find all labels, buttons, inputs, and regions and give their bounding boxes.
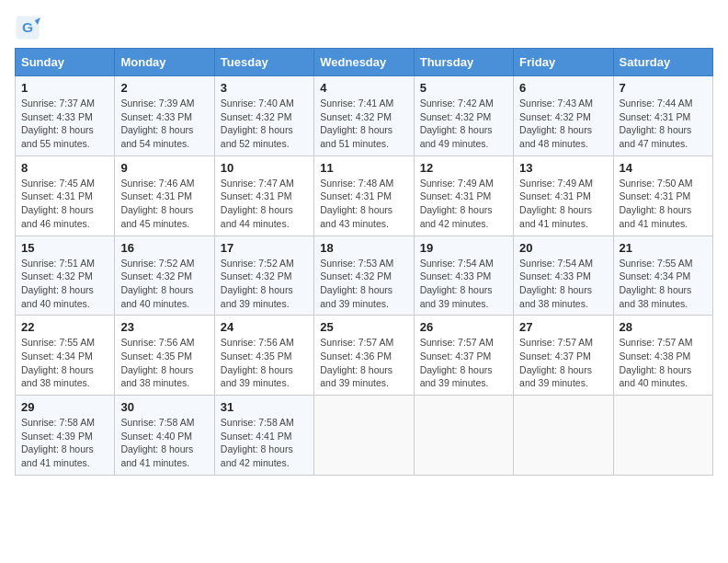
- calendar-cell: 27Sunrise: 7:57 AMSunset: 4:37 PMDayligh…: [514, 316, 613, 396]
- calendar-week-row: 8Sunrise: 7:45 AMSunset: 4:31 PMDaylight…: [16, 155, 713, 236]
- calendar-header-thursday: Thursday: [414, 49, 513, 76]
- day-info: Sunrise: 7:46 AMSunset: 4:31 PMDaylight:…: [120, 177, 208, 231]
- day-number: 8: [21, 161, 108, 175]
- calendar-cell: 29Sunrise: 7:58 AMSunset: 4:39 PMDayligh…: [16, 396, 115, 476]
- calendar-cell: 25Sunrise: 7:57 AMSunset: 4:36 PMDayligh…: [314, 316, 414, 396]
- day-info: Sunrise: 7:54 AMSunset: 4:33 PMDaylight:…: [519, 257, 607, 311]
- day-info: Sunrise: 7:55 AMSunset: 4:34 PMDaylight:…: [620, 257, 707, 311]
- day-number: 14: [620, 161, 707, 175]
- day-number: 24: [221, 320, 308, 334]
- day-info: Sunrise: 7:49 AMSunset: 4:31 PMDaylight:…: [420, 177, 507, 231]
- calendar-cell: 7Sunrise: 7:44 AMSunset: 4:31 PMDaylight…: [613, 76, 712, 156]
- day-number: 29: [21, 400, 108, 414]
- calendar-cell: 31Sunrise: 7:58 AMSunset: 4:41 PMDayligh…: [214, 396, 313, 476]
- day-info: Sunrise: 7:56 AMSunset: 4:35 PMDaylight:…: [120, 336, 208, 390]
- calendar-cell: 4Sunrise: 7:41 AMSunset: 4:32 PMDaylight…: [314, 76, 414, 156]
- calendar-cell: 22Sunrise: 7:55 AMSunset: 4:34 PMDayligh…: [16, 316, 115, 396]
- day-info: Sunrise: 7:50 AMSunset: 4:31 PMDaylight:…: [620, 177, 707, 231]
- day-info: Sunrise: 7:57 AMSunset: 4:36 PMDaylight:…: [320, 336, 407, 390]
- calendar-cell: [414, 396, 513, 476]
- day-number: 9: [120, 161, 208, 175]
- calendar-week-row: 29Sunrise: 7:58 AMSunset: 4:39 PMDayligh…: [16, 396, 713, 476]
- day-info: Sunrise: 7:58 AMSunset: 4:41 PMDaylight:…: [221, 416, 308, 470]
- page-header: G: [15, 15, 713, 40]
- calendar-cell: [514, 396, 613, 476]
- logo: G: [15, 15, 44, 40]
- calendar-header-monday: Monday: [115, 49, 214, 76]
- day-info: Sunrise: 7:40 AMSunset: 4:32 PMDaylight:…: [221, 97, 308, 151]
- day-number: 21: [620, 241, 707, 255]
- calendar-cell: 18Sunrise: 7:53 AMSunset: 4:32 PMDayligh…: [314, 236, 414, 316]
- day-info: Sunrise: 7:58 AMSunset: 4:40 PMDaylight:…: [120, 416, 208, 470]
- calendar-cell: 1Sunrise: 7:37 AMSunset: 4:33 PMDaylight…: [16, 76, 115, 156]
- svg-text:G: G: [22, 19, 33, 35]
- day-number: 10: [221, 161, 308, 175]
- day-number: 13: [519, 161, 607, 175]
- calendar-cell: 5Sunrise: 7:42 AMSunset: 4:32 PMDaylight…: [414, 76, 513, 156]
- day-info: Sunrise: 7:51 AMSunset: 4:32 PMDaylight:…: [21, 257, 108, 311]
- calendar-week-row: 22Sunrise: 7:55 AMSunset: 4:34 PMDayligh…: [16, 316, 713, 396]
- calendar-cell: 14Sunrise: 7:50 AMSunset: 4:31 PMDayligh…: [613, 155, 712, 236]
- day-number: 30: [120, 400, 208, 414]
- day-number: 12: [420, 161, 507, 175]
- day-number: 22: [21, 320, 108, 334]
- calendar-cell: 16Sunrise: 7:52 AMSunset: 4:32 PMDayligh…: [115, 236, 214, 316]
- day-info: Sunrise: 7:52 AMSunset: 4:32 PMDaylight:…: [120, 257, 208, 311]
- calendar-cell: [314, 396, 414, 476]
- calendar-cell: [613, 396, 712, 476]
- day-info: Sunrise: 7:44 AMSunset: 4:31 PMDaylight:…: [620, 97, 707, 151]
- day-number: 4: [320, 81, 407, 95]
- day-number: 19: [420, 241, 507, 255]
- calendar-header-tuesday: Tuesday: [214, 49, 313, 76]
- calendar-cell: 20Sunrise: 7:54 AMSunset: 4:33 PMDayligh…: [514, 236, 613, 316]
- day-number: 2: [120, 81, 208, 95]
- day-info: Sunrise: 7:42 AMSunset: 4:32 PMDaylight:…: [420, 97, 507, 151]
- calendar-cell: 8Sunrise: 7:45 AMSunset: 4:31 PMDaylight…: [16, 155, 115, 236]
- day-info: Sunrise: 7:47 AMSunset: 4:31 PMDaylight:…: [221, 177, 308, 231]
- day-number: 27: [519, 320, 607, 334]
- day-info: Sunrise: 7:57 AMSunset: 4:37 PMDaylight:…: [519, 336, 607, 390]
- calendar-cell: 24Sunrise: 7:56 AMSunset: 4:35 PMDayligh…: [214, 316, 313, 396]
- day-number: 28: [620, 320, 707, 334]
- calendar-cell: 17Sunrise: 7:52 AMSunset: 4:32 PMDayligh…: [214, 236, 313, 316]
- calendar-header-saturday: Saturday: [613, 49, 712, 76]
- calendar-header-row: SundayMondayTuesdayWednesdayThursdayFrid…: [16, 49, 713, 76]
- day-info: Sunrise: 7:55 AMSunset: 4:34 PMDaylight:…: [21, 336, 108, 390]
- day-number: 23: [120, 320, 208, 334]
- calendar-week-row: 15Sunrise: 7:51 AMSunset: 4:32 PMDayligh…: [16, 236, 713, 316]
- day-info: Sunrise: 7:52 AMSunset: 4:32 PMDaylight:…: [221, 257, 308, 311]
- day-number: 3: [221, 81, 308, 95]
- day-number: 26: [420, 320, 507, 334]
- day-info: Sunrise: 7:53 AMSunset: 4:32 PMDaylight:…: [320, 257, 407, 311]
- day-number: 7: [620, 81, 707, 95]
- calendar-cell: 15Sunrise: 7:51 AMSunset: 4:32 PMDayligh…: [16, 236, 115, 316]
- calendar-header-sunday: Sunday: [16, 49, 115, 76]
- calendar-cell: 3Sunrise: 7:40 AMSunset: 4:32 PMDaylight…: [214, 76, 313, 156]
- calendar-cell: 26Sunrise: 7:57 AMSunset: 4:37 PMDayligh…: [414, 316, 513, 396]
- calendar-header-friday: Friday: [514, 49, 613, 76]
- day-info: Sunrise: 7:48 AMSunset: 4:31 PMDaylight:…: [320, 177, 407, 231]
- day-number: 25: [320, 320, 407, 334]
- day-number: 16: [120, 241, 208, 255]
- calendar-cell: 10Sunrise: 7:47 AMSunset: 4:31 PMDayligh…: [214, 155, 313, 236]
- calendar-week-row: 1Sunrise: 7:37 AMSunset: 4:33 PMDaylight…: [16, 76, 713, 156]
- day-info: Sunrise: 7:37 AMSunset: 4:33 PMDaylight:…: [21, 97, 108, 151]
- day-number: 1: [21, 81, 108, 95]
- day-number: 18: [320, 241, 407, 255]
- day-number: 31: [221, 400, 308, 414]
- day-info: Sunrise: 7:43 AMSunset: 4:32 PMDaylight:…: [519, 97, 607, 151]
- calendar-cell: 30Sunrise: 7:58 AMSunset: 4:40 PMDayligh…: [115, 396, 214, 476]
- day-info: Sunrise: 7:58 AMSunset: 4:39 PMDaylight:…: [21, 416, 108, 470]
- day-info: Sunrise: 7:57 AMSunset: 4:38 PMDaylight:…: [620, 336, 707, 390]
- calendar-cell: 13Sunrise: 7:49 AMSunset: 4:31 PMDayligh…: [514, 155, 613, 236]
- calendar-cell: 2Sunrise: 7:39 AMSunset: 4:33 PMDaylight…: [115, 76, 214, 156]
- calendar-table: SundayMondayTuesdayWednesdayThursdayFrid…: [15, 48, 713, 476]
- calendar-cell: 11Sunrise: 7:48 AMSunset: 4:31 PMDayligh…: [314, 155, 414, 236]
- day-number: 5: [420, 81, 507, 95]
- day-info: Sunrise: 7:39 AMSunset: 4:33 PMDaylight:…: [120, 97, 208, 151]
- calendar-cell: 9Sunrise: 7:46 AMSunset: 4:31 PMDaylight…: [115, 155, 214, 236]
- day-info: Sunrise: 7:45 AMSunset: 4:31 PMDaylight:…: [21, 177, 108, 231]
- day-number: 15: [21, 241, 108, 255]
- calendar-cell: 19Sunrise: 7:54 AMSunset: 4:33 PMDayligh…: [414, 236, 513, 316]
- day-info: Sunrise: 7:54 AMSunset: 4:33 PMDaylight:…: [420, 257, 507, 311]
